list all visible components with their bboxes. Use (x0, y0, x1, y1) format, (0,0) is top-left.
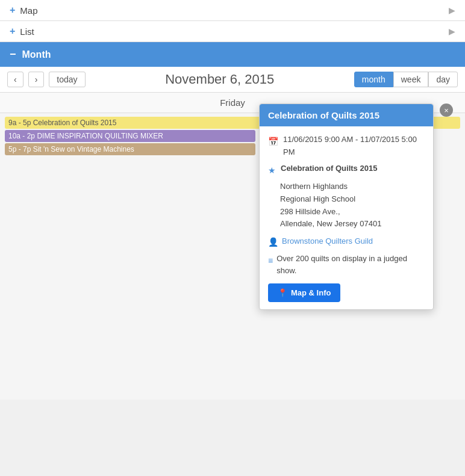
popup-event-name: Celebration of Quilts 2015 (281, 162, 377, 175)
date-title: November 6, 2015 (90, 72, 349, 87)
popup-description: Over 200 quilts on display in a judged s… (276, 253, 425, 278)
event-item-3[interactable]: 5p - 7p Sit 'n Sew on Vintage Machines (5, 143, 255, 155)
map-label: Map (20, 5, 37, 16)
guild-link[interactable]: Brownstone Quilters Guild (282, 235, 373, 248)
calendar-toolbar: ‹ › today November 6, 2015 month week da… (0, 67, 465, 93)
list-label: List (20, 26, 34, 37)
map-plus-icon: + (10, 5, 15, 16)
event-item-2[interactable]: 10a - 2p DIME INSPIRATION QUILTING MIXER (5, 130, 255, 142)
popup-date-range: 11/06/2015 9:00 AM - 11/07/2015 5:00 PM (283, 134, 425, 159)
event-title-2: DIME INSPIRATION QUILTING MIXER (37, 132, 163, 140)
list-bar[interactable]: + List ▶ (0, 21, 465, 42)
popup-location-line3: 298 Hillside Ave., (280, 206, 425, 218)
popup-location-line4: Allendale, New Jersey 07401 (280, 218, 425, 230)
popup-body: 📅 11/06/2015 9:00 AM - 11/07/2015 5:00 P… (260, 126, 433, 309)
list-icon: ≡ (268, 254, 273, 267)
month-label: Month (22, 49, 51, 60)
popup-title: Celebration of Quilts 2015 (268, 110, 379, 120)
event-title-3: Sit 'n Sew on Vintage Machines (33, 145, 134, 153)
day-view-button[interactable]: day (428, 72, 458, 87)
popup-close-outside[interactable]: × (440, 104, 453, 117)
popup-title-bar: Celebration of Quilts 2015 (260, 104, 433, 126)
map-arrow-icon: ▶ (449, 5, 455, 15)
map-bar[interactable]: + Map ▶ (0, 0, 465, 21)
popup-location-line1: Northern Highlands (280, 181, 425, 193)
calendar-icon: 📅 (268, 135, 278, 148)
event-time-1: 9a - 5p (8, 119, 31, 127)
list-arrow-icon: ▶ (449, 26, 455, 36)
map-info-button[interactable]: 📍 Map & Info (268, 283, 340, 302)
event-popup: Celebration of Quilts 2015 📅 11/06/2015 … (259, 104, 434, 310)
next-button[interactable]: › (28, 72, 45, 87)
week-view-button[interactable]: week (393, 72, 429, 87)
prev-button[interactable]: ‹ (7, 72, 23, 87)
today-button[interactable]: today (49, 72, 85, 87)
popup-location: Northern Highlands Regional High School … (280, 181, 425, 230)
list-plus-icon: + (10, 26, 15, 37)
event-title-1: Celebration of Quilts 2015 (33, 119, 117, 127)
month-section-header[interactable]: − Month (0, 42, 465, 67)
view-switcher: month week day (354, 72, 458, 87)
minus-icon: − (10, 48, 16, 61)
person-icon: 👤 (268, 235, 278, 249)
map-btn-label: Map & Info (291, 288, 331, 297)
popup-date-row: 📅 11/06/2015 9:00 AM - 11/07/2015 5:00 P… (268, 134, 425, 159)
month-view-button[interactable]: month (354, 72, 393, 87)
popup-description-row: ≡ Over 200 quilts on display in a judged… (268, 253, 425, 278)
popup-guild-row: 👤 Brownstone Quilters Guild (268, 234, 425, 249)
event-time-2: 10a - 2p (8, 132, 35, 140)
event-time-3: 5p - 7p (8, 145, 31, 153)
star-icon: ★ (268, 164, 276, 177)
calendar-body: Friday 9a - 5p Celebration of Quilts 201… (0, 93, 465, 400)
popup-event-name-row: ★ Celebration of Quilts 2015 (268, 162, 425, 177)
popup-location-line2: Regional High School (280, 193, 425, 206)
map-pin-icon: 📍 (278, 288, 287, 297)
